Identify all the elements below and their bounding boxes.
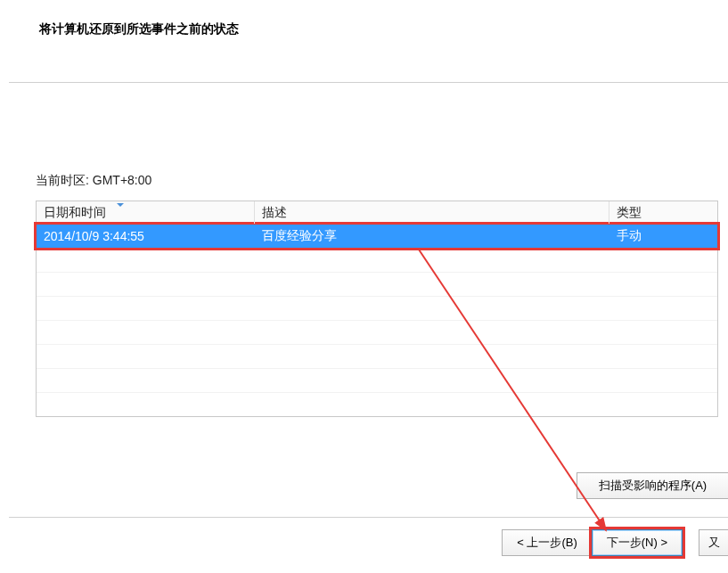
empty-row	[37, 272, 717, 296]
header-text-datetime: 日期和时间	[44, 205, 106, 221]
back-button[interactable]: < 上一步(B)	[502, 529, 593, 556]
divider-top	[9, 82, 728, 83]
timezone-label: 当前时区: GMT+8:00	[36, 173, 151, 189]
empty-row	[37, 368, 717, 392]
column-header-datetime[interactable]: 日期和时间	[37, 201, 255, 224]
table-row[interactable]: 2014/10/9 3:44:55 百度经验分享 手动	[37, 225, 717, 248]
restore-points-table: 日期和时间 描述 类型 2014/10/9 3:44:55 百度经验分享 手动	[36, 201, 718, 417]
table-header: 日期和时间 描述 类型	[37, 201, 717, 225]
empty-row	[37, 248, 717, 272]
sort-desc-icon	[117, 203, 124, 207]
cell-type: 手动	[609, 225, 716, 247]
column-header-type[interactable]: 类型	[609, 201, 716, 224]
scan-affected-programs-button[interactable]: 扫描受影响的程序(A)	[577, 472, 728, 499]
column-header-description[interactable]: 描述	[255, 201, 609, 224]
empty-row	[37, 344, 717, 368]
page-title: 将计算机还原到所选事件之前的状态	[39, 21, 239, 37]
empty-row	[37, 392, 717, 416]
table-body: 2014/10/9 3:44:55 百度经验分享 手动	[37, 225, 717, 416]
header-text-description: 描述	[262, 205, 287, 221]
next-button[interactable]: 下一步(N) >	[592, 529, 683, 556]
header-text-type: 类型	[617, 205, 642, 221]
divider-bottom	[9, 517, 728, 518]
cell-description: 百度经验分享	[255, 225, 609, 247]
wizard-nav-buttons: < 上一步(B) 下一步(N) > 又	[502, 529, 728, 556]
cancel-button[interactable]: 又	[699, 529, 728, 556]
empty-row	[37, 296, 717, 320]
cell-datetime: 2014/10/9 3:44:55	[37, 226, 255, 246]
empty-row	[37, 320, 717, 344]
